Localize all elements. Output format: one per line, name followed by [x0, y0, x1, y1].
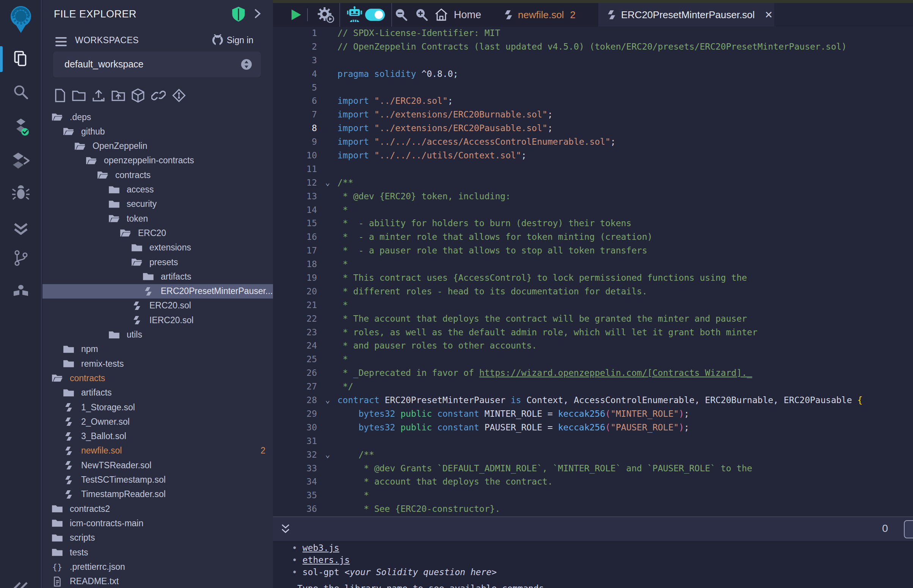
tree-item-contracts[interactable]: contracts: [42, 168, 273, 182]
zoom-out-icon[interactable]: [393, 3, 409, 26]
zoom-in-icon[interactable]: [414, 3, 429, 26]
clone-git-icon[interactable]: [172, 88, 186, 103]
tree-item-label: ERC20: [138, 228, 166, 238]
github-icon: [211, 34, 225, 47]
file-tree: .depsgithubOpenZeppelinopenzeppelin-cont…: [42, 110, 273, 588]
tree-item-erc20[interactable]: ERC20: [42, 226, 273, 240]
tree-item-contracts[interactable]: contracts: [42, 371, 273, 385]
fold-toggle-icon[interactable]: ⌄: [322, 394, 333, 407]
tree-item--deps[interactable]: .deps: [42, 110, 273, 124]
tree-item-extensions[interactable]: extensions: [42, 241, 273, 255]
tree-item-icm-contracts-main[interactable]: icm-contracts-main: [42, 516, 273, 530]
tree-item-remix-tests[interactable]: remix-tests: [42, 357, 273, 371]
code-text: contract ERC20PresetMinterPauser is Cont…: [337, 394, 863, 407]
code-line-29: 29 bytes32 public constant MINTER_ROLE =…: [273, 407, 913, 421]
terminal-hint-text: Type the library name to see available c…: [297, 583, 549, 588]
tree-item-label: 1_Storage.sol: [81, 402, 135, 413]
fold-toggle-icon[interactable]: ⌄: [322, 448, 333, 462]
code-line-26: 26 * _Deprecated in favor of https://wiz…: [273, 367, 913, 380]
script-config-gear-icon[interactable]: [317, 3, 334, 26]
terminal-search-box[interactable]: [904, 520, 913, 538]
tree-item-utils[interactable]: utils: [42, 328, 273, 342]
sign-in-button[interactable]: Sign in: [227, 35, 253, 45]
close-tab-icon[interactable]: ✕: [765, 9, 773, 21]
tab-erc20presetminterpauser-sol[interactable]: ERC20PresetMinterPauser.sol ✕: [598, 3, 774, 26]
ipfs-box-icon[interactable]: [130, 88, 146, 103]
tab-home[interactable]: Home: [434, 3, 481, 26]
tree-item-presets[interactable]: presets: [42, 255, 273, 270]
tree-item-testsctimestamp-sol[interactable]: TestSCTimestamp.sol: [42, 473, 273, 487]
remix-logo-icon[interactable]: [0, 2, 42, 36]
tree-item-github[interactable]: github: [42, 124, 273, 139]
code-text: *: [337, 299, 348, 312]
code-line-22: 22 * The account that deploys the contra…: [273, 312, 913, 326]
workspace-select[interactable]: default_workspace: [53, 52, 261, 77]
deploy-and-run-icon[interactable]: [0, 147, 42, 173]
tree-item-label: 3_Ballot.sol: [81, 431, 126, 441]
tree-item-label: TimestampReader.sol: [81, 489, 166, 499]
line-number: 8: [273, 122, 317, 135]
collapse-sidebar-icon[interactable]: [0, 577, 42, 588]
code-line-34: 34 * account that deploys the contract.: [273, 475, 913, 489]
tree-item-artifacts[interactable]: artifacts: [42, 386, 273, 400]
tree-item-timestampreader-sol[interactable]: TimestampReader.sol: [42, 487, 273, 502]
tree-item-erc20presetminterpauser-[interactable]: ERC20PresetMinterPauser...: [42, 284, 273, 299]
code-line-2: 2// OpenZeppelin Contracts (last updated…: [273, 40, 913, 54]
run-script-button[interactable]: [290, 3, 302, 26]
search-icon[interactable]: [0, 79, 42, 105]
static-analysis-icon[interactable]: [0, 215, 42, 242]
tree-item-3-ballot-sol[interactable]: 3_Ballot.sol: [42, 429, 273, 444]
tree-item-security[interactable]: security: [42, 197, 273, 212]
tab-label: ERC20PresetMinterPauser.sol: [621, 9, 755, 21]
code-line-21: 21 *: [273, 299, 913, 312]
tree-item-tests[interactable]: tests: [42, 545, 273, 560]
tree-item-erc20-sol[interactable]: ERC20.sol: [42, 299, 273, 313]
code-text: * _Deprecated in favor of https://wizard…: [337, 367, 752, 380]
tree-item-contracts2[interactable]: contracts2: [42, 502, 273, 516]
fold-toggle-icon[interactable]: ⌄: [322, 176, 333, 190]
tree-item-2-owner-sol[interactable]: 2_Owner.sol: [42, 415, 273, 429]
solidity-compiler-icon[interactable]: [0, 114, 42, 141]
code-text: bytes32 public constant PAUSER_ROLE = ke…: [337, 421, 689, 435]
terminal-list-item: •sol-gpt <your Solidity question here>: [292, 566, 497, 578]
line-number: 18: [273, 258, 317, 271]
upload-file-icon[interactable]: [91, 88, 106, 103]
tree-item-npm[interactable]: npm: [42, 342, 273, 357]
terminal-library-link[interactable]: web3.js: [303, 543, 339, 553]
hamburger-menu-icon[interactable]: [55, 36, 68, 47]
tab-newfile-sol[interactable]: newfile.sol 2: [504, 3, 576, 26]
git-branch-icon[interactable]: [0, 245, 42, 271]
tree-item-newfile-sol[interactable]: newfile.sol2: [42, 444, 273, 458]
tree-item-access[interactable]: access: [42, 183, 273, 197]
chevron-right-icon[interactable]: [252, 7, 263, 21]
link-icon[interactable]: [151, 88, 166, 103]
new-folder-icon[interactable]: [71, 88, 86, 103]
folder-icon: [142, 271, 155, 281]
tree-item-1-storage-sol[interactable]: 1_Storage.sol: [42, 400, 273, 415]
tree-item-ierc20-sol[interactable]: IERC20.sol: [42, 313, 273, 327]
terminal-library-link[interactable]: ethers.js: [303, 555, 350, 565]
tree-item-label: extensions: [149, 242, 191, 253]
plugin-manager-icon[interactable]: [0, 277, 42, 304]
tree-item-artifacts[interactable]: artifacts: [42, 270, 273, 284]
tree-item-readme-txt[interactable]: README.txt: [42, 574, 273, 588]
line-number: 6: [273, 94, 317, 108]
code-line-3: 3: [273, 54, 913, 68]
tree-item--prettierrc-json[interactable]: {}.prettierrc.json: [42, 560, 273, 574]
new-file-icon[interactable]: [52, 88, 68, 103]
ai-toggle-switch[interactable]: [365, 3, 385, 26]
tree-item-scripts[interactable]: scripts: [42, 531, 273, 545]
tree-item-token[interactable]: token: [42, 212, 273, 226]
tree-item-newtsreader-sol[interactable]: NewTSReader.sol: [42, 458, 273, 472]
line-number: 2: [273, 40, 317, 54]
debugger-bug-icon[interactable]: [0, 179, 42, 206]
folder-icon: [51, 504, 64, 514]
tree-item-openzeppelin[interactable]: OpenZeppelin: [42, 139, 273, 153]
ai-robot-icon[interactable]: [346, 3, 363, 26]
upload-folder-icon[interactable]: [111, 88, 126, 103]
tree-item-openzeppelin-contracts[interactable]: openzeppelin-contracts: [42, 153, 273, 168]
code-editor[interactable]: 1// SPDX-License-Identifier: MIT2// Open…: [273, 26, 913, 516]
tree-item-label: README.txt: [70, 576, 119, 586]
expand-terminal-icon[interactable]: [279, 522, 292, 536]
file-explorer-icon[interactable]: [0, 45, 42, 72]
